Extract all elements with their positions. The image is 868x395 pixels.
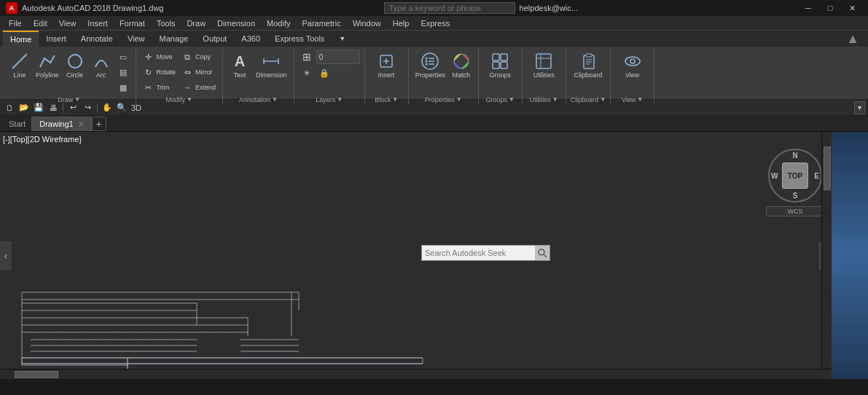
- menu-modify[interactable]: Modify: [261, 16, 296, 31]
- toolbar-3d-btn[interactable]: 3D: [130, 101, 143, 114]
- layers-dropdown[interactable]: ▼: [337, 96, 343, 103]
- ribbon-btn-rect[interactable]: ▭: [115, 50, 131, 64]
- ribbon-group-modify: ✛Move ↻Rotate ✂Trim ⧉Copy ⇔Mirror →Exten…: [136, 48, 224, 105]
- toolbar-save-btn[interactable]: 💾: [32, 101, 45, 114]
- toolbar-open-btn[interactable]: 📂: [17, 101, 31, 114]
- properties-dropdown[interactable]: ▼: [456, 96, 462, 103]
- ribbon-btn-arc[interactable]: Arc: [89, 50, 114, 81]
- menu-format[interactable]: Format: [114, 16, 151, 31]
- groups-group-label-btn[interactable]: Groups ▼: [485, 95, 514, 103]
- block-dropdown[interactable]: ▼: [392, 96, 398, 103]
- navcube-ring[interactable]: TOP N S W E: [768, 149, 822, 203]
- ribbon-btn-insert[interactable]: Insert: [374, 50, 399, 81]
- menu-insert[interactable]: Insert: [82, 16, 114, 31]
- modify-group-label-btn[interactable]: Modify ▼: [166, 95, 192, 103]
- tab-insert[interactable]: Insert: [39, 31, 74, 47]
- title-search-input[interactable]: [384, 2, 515, 14]
- menu-file[interactable]: File: [3, 16, 28, 31]
- ribbon-btn-extend[interactable]: →Extend: [179, 80, 218, 95]
- menu-express[interactable]: Express: [415, 16, 455, 31]
- ribbon-btn-match-props[interactable]: Match: [449, 50, 474, 81]
- drawing1-close-icon[interactable]: ✕: [78, 120, 84, 128]
- tab-express-tools[interactable]: Express Tools: [267, 31, 332, 47]
- ribbon-btn-properties[interactable]: Properties: [413, 50, 447, 81]
- vscroll-thumb[interactable]: [824, 146, 831, 190]
- toolbar-pan-btn[interactable]: ✋: [101, 101, 114, 114]
- navcube-compass[interactable]: TOP N S W E: [766, 146, 824, 205]
- tab-drawing1[interactable]: Drawing1 ✕: [31, 117, 91, 131]
- layer-freeze-btn[interactable]: ☀: [299, 66, 315, 80]
- seek-button[interactable]: [535, 246, 550, 260]
- mirror-icon: ⇔: [181, 66, 193, 78]
- toolbar-dropdown[interactable]: ▾: [854, 101, 865, 114]
- layers-group-label-btn[interactable]: Layers ▼: [316, 95, 343, 103]
- ribbon-btn-polyline[interactable]: Polyline: [34, 50, 61, 81]
- ribbon-btn-clipboard[interactable]: Clipboard: [572, 50, 605, 81]
- toolbar-redo-btn[interactable]: ↪: [81, 101, 94, 114]
- close-button[interactable]: ✕: [842, 2, 862, 14]
- tab-add-button[interactable]: +: [92, 117, 106, 131]
- ribbon-btn-move[interactable]: ✛Move: [141, 50, 179, 64]
- menu-edit[interactable]: Edit: [28, 16, 53, 31]
- ribbon-btn-line[interactable]: Line: [7, 50, 32, 81]
- seek-input[interactable]: [422, 247, 535, 259]
- ribbon-btn-view[interactable]: View: [620, 50, 645, 81]
- menu-help[interactable]: Help: [387, 16, 415, 31]
- layer-lock-btn[interactable]: 🔒: [316, 66, 332, 80]
- toolbar-new-btn[interactable]: 🗋: [3, 101, 16, 114]
- navcube[interactable]: TOP N S W E WCS: [766, 146, 824, 234]
- ribbon-btn-hatch[interactable]: ▤: [115, 65, 131, 79]
- hscroll-thumb[interactable]: [15, 371, 58, 378]
- menu-window[interactable]: Window: [347, 16, 387, 31]
- ribbon-collapse-btn[interactable]: ▲: [840, 31, 865, 47]
- ribbon-btn-copy[interactable]: ⧉Copy: [179, 50, 218, 64]
- tab-home[interactable]: Home: [3, 31, 39, 47]
- menu-parametric[interactable]: Parametric: [296, 16, 346, 31]
- clipboard-dropdown[interactable]: ▼: [600, 96, 606, 103]
- menu-tools[interactable]: Tools: [151, 16, 181, 31]
- navcube-face[interactable]: TOP: [782, 163, 808, 189]
- layer-dropdown-btn[interactable]: 0: [316, 50, 360, 64]
- ribbon-btn-mirror[interactable]: ⇔Mirror: [179, 65, 218, 79]
- tab-manage[interactable]: Manage: [152, 31, 196, 47]
- ribbon-btn-groups[interactable]: Groups: [487, 50, 513, 81]
- minimize-button[interactable]: ─: [798, 2, 818, 14]
- tab-view[interactable]: View: [120, 31, 152, 47]
- restore-button[interactable]: □: [820, 2, 840, 14]
- tab-more[interactable]: ▼: [332, 31, 353, 47]
- annotation-group-label-btn[interactable]: Annotation ▼: [239, 95, 278, 103]
- ribbon-btn-rotate[interactable]: ↻Rotate: [141, 65, 179, 79]
- ribbon-btn-circle[interactable]: Circle: [63, 50, 87, 81]
- hscroll[interactable]: [0, 369, 832, 379]
- toolbar-zoom-btn[interactable]: 🔍: [115, 101, 128, 114]
- tab-output[interactable]: Output: [195, 31, 234, 47]
- canvas-area[interactable]: [-][Top][2D Wireframe] TOP N S W E WCS ‹…: [0, 132, 868, 379]
- navcube-east: E: [814, 172, 819, 180]
- ribbon-btn-gradient[interactable]: ▦: [115, 80, 131, 95]
- annotation-dropdown[interactable]: ▼: [272, 96, 278, 103]
- view-group-label-btn[interactable]: View ▼: [622, 95, 643, 103]
- tab-a360[interactable]: A360: [234, 31, 267, 47]
- ribbon-btn-trim[interactable]: ✂Trim: [141, 80, 179, 95]
- layers-properties-btn[interactable]: ⊞: [299, 50, 315, 64]
- view-dropdown[interactable]: ▼: [637, 96, 643, 103]
- clipboard-group-label-btn[interactable]: Clipboard ▼: [571, 95, 606, 103]
- tab-start[interactable]: Start: [3, 117, 31, 131]
- ribbon-btn-dimension[interactable]: Dimension: [254, 50, 289, 81]
- ribbon-btn-text[interactable]: A Text: [227, 50, 252, 81]
- canvas-nav-left[interactable]: ‹: [0, 241, 12, 270]
- groups-dropdown[interactable]: ▼: [509, 96, 515, 103]
- tab-annotate[interactable]: Annotate: [74, 31, 120, 47]
- menu-draw[interactable]: Draw: [181, 16, 211, 31]
- toolbar-plot-btn[interactable]: 🖶: [47, 101, 60, 114]
- toolbar-undo-btn[interactable]: ↩: [66, 101, 79, 114]
- vscroll[interactable]: [821, 132, 832, 379]
- utilities-dropdown[interactable]: ▼: [552, 96, 558, 103]
- block-group-label-btn[interactable]: Block ▼: [375, 95, 398, 103]
- menu-dimension[interactable]: Dimension: [211, 16, 261, 31]
- menu-view[interactable]: View: [53, 16, 82, 31]
- modify-dropdown[interactable]: ▼: [187, 96, 192, 103]
- utilities-group-label-btn[interactable]: Utilities ▼: [530, 95, 558, 103]
- ribbon-btn-utilities[interactable]: Utilities: [531, 50, 557, 81]
- properties-group-label-btn[interactable]: Properties ▼: [425, 95, 462, 103]
